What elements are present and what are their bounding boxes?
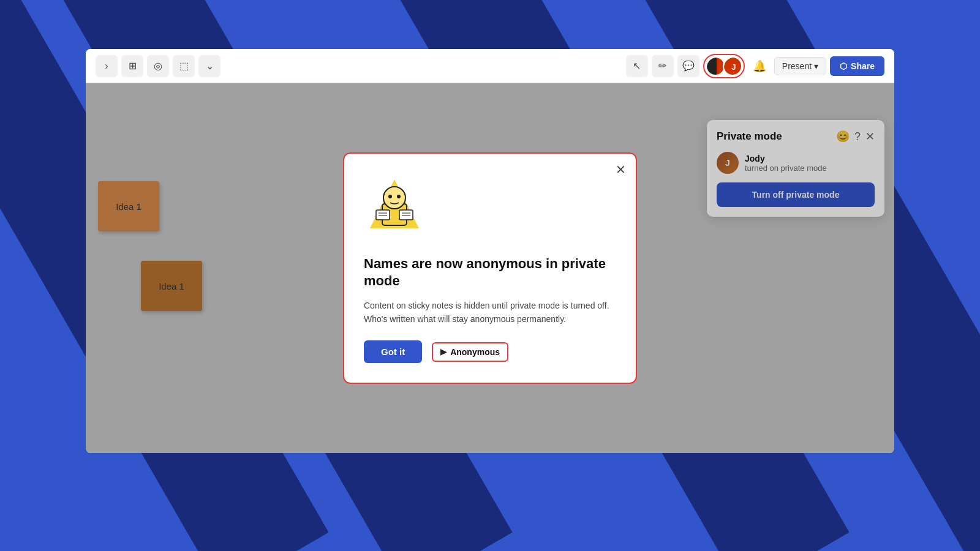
modal-description: Content on sticky notes is hidden until …: [364, 299, 616, 326]
toolbar: › ⊞ ◎ ⬚ ⌄ ↖ ✏ 💬 J 🔔 Present ▾ ⬡ Share: [86, 49, 894, 83]
modal-close-btn[interactable]: ✕: [616, 163, 626, 176]
toolbar-left: › ⊞ ◎ ⬚ ⌄: [96, 55, 221, 77]
modal-overlay: ✕: [86, 83, 894, 453]
timer-btn[interactable]: ◎: [147, 55, 169, 77]
modal-footer: Got it ▶ Anonymous: [364, 340, 616, 363]
collapse-btn[interactable]: ›: [96, 55, 118, 77]
private-mode-modal: ✕: [343, 152, 637, 384]
chevron-down-icon: ▾: [814, 61, 818, 71]
svg-point-3: [388, 195, 392, 198]
share-icon: ⬡: [840, 61, 847, 71]
svg-point-4: [397, 195, 401, 198]
svg-rect-5: [376, 210, 390, 220]
avatar-2: J: [723, 56, 742, 76]
modal-illustration: [364, 173, 425, 241]
pen-btn[interactable]: ✏: [652, 55, 674, 77]
share-label: Share: [851, 61, 875, 71]
anonymous-label: Anonymous: [450, 347, 500, 357]
comment-btn[interactable]: 💬: [677, 55, 699, 77]
more-btn[interactable]: ⌄: [198, 55, 221, 77]
canvas-area[interactable]: Idea 1 Idea 1 Private mode 😊 ? ✕ J Jody …: [86, 83, 894, 453]
app-window: › ⊞ ◎ ⬚ ⌄ ↖ ✏ 💬 J 🔔 Present ▾ ⬡ Share: [86, 49, 894, 453]
cursor-btn[interactable]: ↖: [626, 55, 648, 77]
anonymous-tag[interactable]: ▶ Anonymous: [432, 342, 508, 362]
avatar-group[interactable]: J: [703, 54, 745, 78]
cursor-icon: ▶: [440, 347, 447, 356]
template-btn[interactable]: ⊞: [121, 55, 143, 77]
present-label: Present: [782, 61, 812, 71]
avatar-red-inner: J: [724, 58, 742, 76]
got-it-btn[interactable]: Got it: [364, 340, 422, 363]
modal-title: Names are now anonymous in private mode: [364, 255, 616, 290]
frame-btn[interactable]: ⬚: [173, 55, 195, 77]
svg-rect-8: [399, 210, 413, 220]
notifications-btn[interactable]: 🔔: [748, 55, 771, 77]
share-btn[interactable]: ⬡ Share: [830, 56, 884, 76]
svg-point-2: [383, 187, 405, 209]
present-btn[interactable]: Present ▾: [774, 57, 826, 75]
